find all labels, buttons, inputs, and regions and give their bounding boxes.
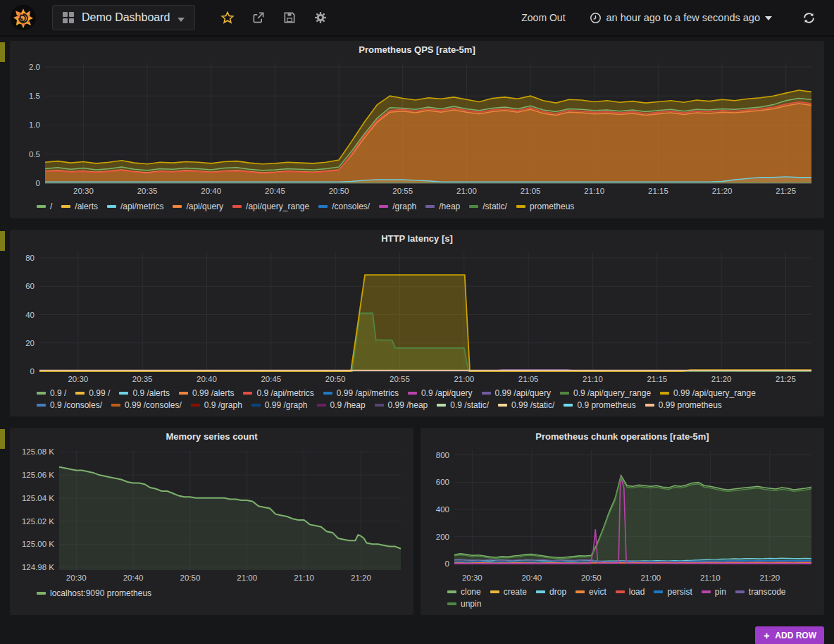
legend-item[interactable]: prometheus — [516, 202, 574, 211]
legend-item[interactable]: 0.99 /api/query_range — [660, 388, 756, 398]
legend-item[interactable]: 0.99 /api/query — [482, 388, 551, 398]
legend-item[interactable]: 0.99 /graph — [251, 400, 308, 410]
legend-item[interactable]: evict — [575, 587, 606, 597]
legend-item[interactable]: /graph — [379, 202, 416, 211]
time-range-picker[interactable]: an hour ago to a few seconds ago — [590, 12, 772, 24]
svg-text:60: 60 — [25, 282, 35, 290]
legend-item[interactable]: localhost:9090 prometheus — [37, 588, 151, 598]
legend-item[interactable]: /api/metrics — [107, 202, 163, 211]
legend-item[interactable]: 0.9 /graph — [191, 400, 242, 410]
legend-item[interactable]: 0.99 prometheus — [645, 400, 722, 410]
svg-text:20:45: 20:45 — [265, 187, 285, 195]
dashboard-picker-button[interactable]: Demo Dashboard — [52, 5, 195, 30]
svg-text:21:05: 21:05 — [521, 187, 541, 195]
legend-color-dash — [107, 205, 116, 208]
legend-item[interactable]: 0.99 /api/metrics — [323, 388, 399, 398]
panel-title[interactable]: Prometheus QPS [rate-5m] — [14, 41, 820, 58]
time-range-label: an hour ago to a few seconds ago — [606, 12, 760, 23]
legend-item[interactable]: clone — [447, 587, 481, 597]
legend-color-dash — [318, 205, 328, 208]
legend-item[interactable]: /api/query_range — [232, 202, 309, 211]
legend-color-dash — [437, 404, 446, 407]
svg-text:125.04 K: 125.04 K — [22, 494, 54, 502]
star-button[interactable] — [212, 5, 243, 30]
legend-color-dash — [498, 404, 507, 407]
legend-item[interactable]: create — [490, 587, 527, 597]
refresh-icon — [802, 11, 816, 25]
caret-down-icon — [765, 16, 772, 20]
panel-memory-series: Memory series count 20:3020:4020:5021:00… — [10, 428, 413, 615]
zoom-out-button[interactable]: Zoom Out — [521, 12, 565, 23]
svg-text:20:30: 20:30 — [73, 187, 94, 195]
legend-color-dash — [173, 205, 182, 208]
legend-item[interactable]: 0.9 /alerts — [119, 388, 170, 398]
grafana-logo-icon[interactable] — [10, 4, 37, 31]
svg-text:20:40: 20:40 — [201, 187, 221, 195]
legend-item[interactable]: 0.99 /heap — [375, 400, 428, 410]
legend-item[interactable]: 0.9 /api/query_range — [560, 388, 651, 398]
svg-text:20:35: 20:35 — [137, 187, 158, 195]
legend-item[interactable]: 0.99 /static/ — [498, 400, 554, 410]
panel-title[interactable]: Memory series count — [14, 428, 409, 445]
svg-text:21:20: 21:20 — [351, 574, 371, 582]
refresh-button[interactable] — [793, 5, 824, 30]
legend-item[interactable]: 0.9 /heap — [317, 400, 366, 410]
memory-chart-plot[interactable]: 20:3020:4020:5021:0021:1021:20124.98 K12… — [14, 445, 409, 584]
legend-color-dash — [317, 404, 326, 407]
legend-label: / — [50, 202, 52, 211]
svg-text:1.5: 1.5 — [29, 92, 40, 100]
settings-button[interactable] — [305, 5, 336, 30]
row-collapse-strip[interactable] — [0, 429, 5, 449]
panel-title[interactable]: Prometheus chunk operations [rate-5m] — [425, 428, 820, 445]
add-row-button[interactable]: ADD ROW — [755, 626, 824, 644]
legend-item[interactable]: 0.9 /consoles/ — [37, 400, 102, 410]
row-collapse-strip[interactable] — [0, 42, 5, 62]
legend-label: transcode — [749, 587, 786, 597]
legend-label: pin — [715, 587, 726, 597]
legend-item[interactable]: 0.9 /api/metrics — [243, 388, 313, 398]
legend-label: create — [504, 587, 527, 597]
qps-chart-plot[interactable]: 20:3020:3520:4020:4520:5020:5521:0021:05… — [14, 58, 820, 197]
legend-label: clone — [461, 587, 481, 597]
legend-item[interactable]: /heap — [425, 202, 460, 211]
legend-label: 0.9 /api/query — [421, 388, 473, 398]
svg-text:21:25: 21:25 — [776, 375, 796, 383]
svg-text:0: 0 — [30, 367, 35, 376]
save-button[interactable] — [274, 5, 305, 30]
legend-item[interactable]: 0.99 / — [75, 388, 110, 398]
legend-color-dash — [111, 404, 120, 407]
legend-item[interactable]: unpin — [447, 599, 481, 609]
svg-text:80: 80 — [25, 254, 35, 262]
chunk-ops-chart-plot[interactable]: 20:3020:4020:5021:0021:1021:200200400600… — [425, 445, 820, 584]
legend-item[interactable]: pin — [702, 587, 726, 597]
legend-item[interactable]: 0.9 /static/ — [437, 400, 489, 410]
legend-item[interactable]: 0.9 /api/query — [408, 388, 473, 398]
legend-item[interactable]: /consoles/ — [318, 202, 370, 211]
legend-item[interactable]: drop — [536, 587, 566, 597]
latency-chart-plot[interactable]: 20:3020:3520:4020:4520:5020:5521:0021:05… — [14, 247, 820, 385]
legend-label: /api/query — [186, 202, 223, 211]
dashboard-row-1: Prometheus QPS [rate-5m] 20:3020:3520:40… — [10, 41, 824, 218]
legend-item[interactable]: transcode — [735, 587, 786, 597]
svg-text:20:40: 20:40 — [197, 375, 217, 383]
panel-legend: 0.9 /0.99 /0.9 /alerts0.99 /alerts0.9 /a… — [14, 385, 820, 414]
legend-item[interactable]: 0.99 /alerts — [179, 388, 234, 398]
legend-item[interactable]: 0.9 prometheus — [564, 400, 635, 410]
legend-item[interactable]: / — [37, 202, 52, 211]
legend-item[interactable]: 0.9 / — [37, 388, 66, 398]
panel-prometheus-qps: Prometheus QPS [rate-5m] 20:3020:3520:40… — [10, 41, 824, 218]
legend-color-dash — [37, 592, 46, 595]
legend-item[interactable]: /api/query — [173, 202, 223, 211]
share-button[interactable] — [243, 5, 274, 30]
legend-item[interactable]: load — [616, 587, 645, 597]
row-collapse-strip[interactable] — [0, 231, 5, 251]
legend-color-dash — [490, 590, 499, 593]
legend-item[interactable]: persist — [654, 587, 692, 597]
legend-item[interactable]: /alerts — [61, 202, 98, 211]
legend-color-dash — [575, 590, 585, 593]
dashboard-body: Prometheus QPS [rate-5m] 20:3020:3520:40… — [0, 37, 834, 644]
legend-item[interactable]: /static/ — [469, 202, 507, 211]
panel-title[interactable]: HTTP latency [s] — [14, 230, 820, 247]
gear-icon — [313, 11, 328, 25]
legend-item[interactable]: 0.99 /consoles/ — [111, 400, 182, 410]
